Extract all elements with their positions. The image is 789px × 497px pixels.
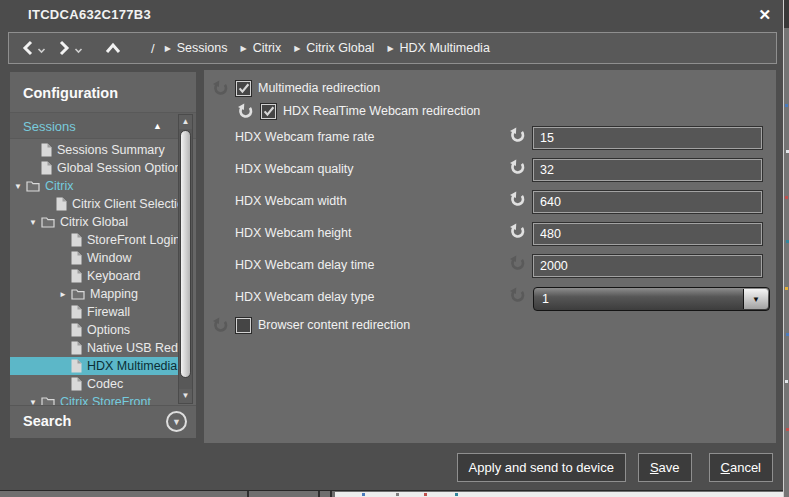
field-row: HDX Webcam delay time bbox=[204, 253, 776, 285]
background-window-edge bbox=[783, 0, 789, 497]
tree-item[interactable]: Native USB Redire bbox=[10, 339, 178, 357]
expand-search-icon[interactable]: ▼ bbox=[166, 411, 187, 432]
tree-item[interactable]: Window bbox=[10, 249, 178, 267]
file-icon bbox=[56, 197, 67, 211]
settings-panel: Multimedia redirection HDX RealTime Webc… bbox=[204, 70, 776, 443]
reset-icon[interactable] bbox=[212, 80, 229, 97]
tree-item-label: Sessions Summary bbox=[57, 143, 165, 157]
checkbox[interactable] bbox=[261, 104, 276, 119]
toggle-browser-content-redirection: Browser content redirection bbox=[212, 315, 410, 335]
reset-icon[interactable] bbox=[509, 223, 526, 240]
folder-icon bbox=[71, 288, 85, 300]
tree-item[interactable]: Keyboard bbox=[10, 267, 178, 285]
reset-icon[interactable] bbox=[509, 127, 526, 144]
crumb-label: Sessions bbox=[177, 41, 228, 55]
reset-icon[interactable] bbox=[509, 287, 526, 304]
field-label: HDX Webcam height bbox=[235, 226, 352, 240]
crumb-arrow-icon: ▶ bbox=[294, 44, 300, 53]
crumb-arrow-icon: ▶ bbox=[241, 44, 247, 53]
breadcrumb-item[interactable]: ▶Sessions bbox=[165, 41, 228, 55]
accordion-label: Sessions bbox=[23, 119, 76, 134]
reset-icon[interactable] bbox=[509, 159, 526, 176]
tree-item[interactable]: ▼Citrix bbox=[10, 177, 178, 195]
expander-icon[interactable]: ▼ bbox=[14, 182, 26, 191]
up-button[interactable] bbox=[105, 42, 121, 55]
field-label: HDX Webcam quality bbox=[235, 162, 354, 176]
reset-icon[interactable] bbox=[509, 191, 526, 208]
close-icon[interactable]: ✕ bbox=[758, 6, 771, 24]
scroll-up-icon[interactable]: ▲ bbox=[179, 115, 192, 129]
tree-item[interactable]: HDX Multimedia bbox=[10, 357, 178, 375]
breadcrumb-item[interactable]: ▶Citrix bbox=[241, 41, 282, 55]
breadcrumb-item[interactable]: ▶HDX Multimedia bbox=[387, 41, 489, 55]
apply-and-send-to-device-button[interactable]: Apply and send to device bbox=[457, 453, 626, 482]
folder-icon bbox=[26, 180, 40, 192]
configuration-tree: Sessions SummaryGlobal Session Options▼C… bbox=[10, 141, 196, 406]
tree-item[interactable]: StoreFront Login bbox=[10, 231, 178, 249]
collapse-arrow-icon[interactable]: ▲ bbox=[153, 113, 162, 140]
webcam-fields: HDX Webcam frame rateHDX Webcam qualityH… bbox=[204, 125, 776, 317]
checkbox[interactable] bbox=[236, 318, 251, 333]
reset-icon[interactable] bbox=[509, 255, 526, 272]
expander-icon[interactable]: ▼ bbox=[29, 218, 41, 227]
file-icon bbox=[71, 341, 82, 355]
checkbox[interactable] bbox=[236, 81, 251, 96]
check-icon bbox=[238, 83, 250, 94]
field-row: HDX Webcam height bbox=[204, 221, 776, 253]
tree-item-label: Codec bbox=[87, 377, 123, 391]
tree-item[interactable]: Citrix Client Selection bbox=[10, 195, 178, 213]
search-section[interactable]: Search ▼ bbox=[10, 405, 196, 438]
save-button[interactable]: Save bbox=[638, 453, 692, 482]
field-label: HDX Webcam delay type bbox=[235, 290, 374, 304]
tree-item-label: Firewall bbox=[87, 305, 130, 319]
forward-button[interactable] bbox=[58, 40, 83, 56]
tree-item-label: Citrix bbox=[45, 179, 73, 193]
tree-item-label: Global Session Options bbox=[57, 161, 178, 175]
crumb-label: Citrix Global bbox=[306, 41, 374, 55]
breadcrumb-root[interactable]: / bbox=[151, 41, 155, 56]
accordion-sessions[interactable]: Sessions ▲ bbox=[10, 112, 196, 139]
tree-item[interactable]: ►Mapping bbox=[10, 285, 178, 303]
tree-item-label: Citrix Client Selection bbox=[72, 197, 178, 211]
field-select[interactable]: 1▼ bbox=[533, 287, 770, 311]
title-bar: ITCDCA632C177B3 ✕ bbox=[0, 0, 783, 30]
tree-item-label: Native USB Redire bbox=[87, 341, 178, 355]
expander-icon[interactable]: ► bbox=[59, 290, 71, 299]
select-arrow-button[interactable]: ▼ bbox=[743, 289, 768, 309]
chevron-down-icon: ▼ bbox=[172, 417, 181, 427]
tree-item-label: HDX Multimedia bbox=[87, 359, 177, 373]
file-icon bbox=[41, 143, 52, 157]
tree-item[interactable]: Firewall bbox=[10, 303, 178, 321]
tree-item-label: StoreFront Login bbox=[87, 233, 178, 247]
breadcrumb: ▶Sessions▶Citrix▶Citrix Global▶HDX Multi… bbox=[165, 41, 503, 55]
back-button[interactable] bbox=[21, 40, 46, 56]
scrollbar-thumb[interactable] bbox=[180, 130, 191, 378]
tree-item-label: Options bbox=[87, 323, 130, 337]
field-input[interactable] bbox=[533, 191, 762, 213]
field-input[interactable] bbox=[533, 159, 762, 181]
field-input[interactable] bbox=[533, 223, 762, 245]
field-row: HDX Webcam frame rate bbox=[204, 125, 776, 157]
field-row: HDX Webcam width bbox=[204, 189, 776, 221]
reset-icon[interactable] bbox=[237, 103, 254, 120]
cancel-button[interactable]: Cancel bbox=[709, 453, 773, 482]
field-input[interactable] bbox=[533, 255, 762, 277]
reset-icon[interactable] bbox=[212, 317, 229, 334]
tree-item[interactable]: Options bbox=[10, 321, 178, 339]
tree-item[interactable]: Codec bbox=[10, 375, 178, 393]
tree-item[interactable]: Sessions Summary bbox=[10, 141, 178, 159]
crumb-arrow-icon: ▶ bbox=[387, 44, 393, 53]
chevron-right-icon bbox=[58, 40, 71, 56]
sidebar-title: Configuration bbox=[10, 72, 196, 112]
field-input[interactable] bbox=[533, 127, 762, 149]
dialog-footer: Apply and send to deviceSaveCancel bbox=[445, 453, 773, 482]
folder-icon bbox=[41, 216, 55, 228]
scroll-down-icon[interactable]: ▼ bbox=[179, 389, 192, 403]
tree-item[interactable]: Global Session Options bbox=[10, 159, 178, 177]
breadcrumb-item[interactable]: ▶Citrix Global bbox=[294, 41, 374, 55]
crumb-label: HDX Multimedia bbox=[400, 41, 490, 55]
toggle-multimedia-redirection: Multimedia redirection bbox=[212, 78, 380, 98]
tree-item[interactable]: ▼Citrix Global bbox=[10, 213, 178, 231]
sidebar-scrollbar[interactable]: ▲ ▼ bbox=[178, 114, 193, 404]
tree-item-label: Window bbox=[87, 251, 131, 265]
